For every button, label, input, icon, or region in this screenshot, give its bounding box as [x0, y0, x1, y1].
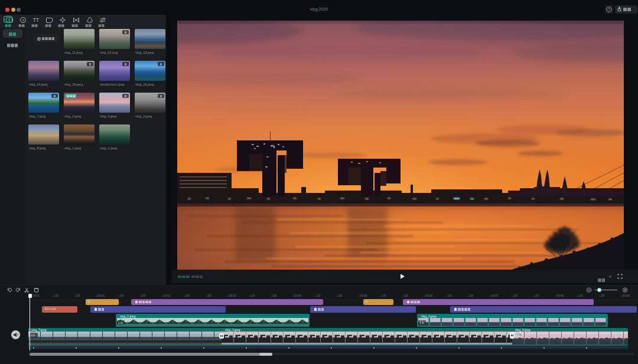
svg-text:TT: TT [33, 17, 39, 23]
svg-text:0.5s: 0.5s [517, 333, 522, 336]
svg-text:vlog_1.jpeg: vlog_1.jpeg [225, 328, 240, 332]
svg-text:d: d [22, 18, 24, 22]
svg-text:3.0s: 3.0s [419, 322, 425, 324]
svg-text:?: ? [608, 8, 610, 11]
svg-text:vlog_C.jpeg: vlog_C.jpeg [120, 314, 136, 318]
svg-text:2.0s: 2.0s [118, 322, 123, 324]
svg-text:vlog_4.jpeg: vlog_4.jpeg [515, 328, 530, 332]
svg-text:vlog_7.jpeg: vlog_7.jpeg [31, 328, 47, 332]
svg-text:12s: 12s [31, 334, 35, 337]
svg-text:vlog_2.jpeg: vlog_2.jpeg [421, 314, 437, 318]
